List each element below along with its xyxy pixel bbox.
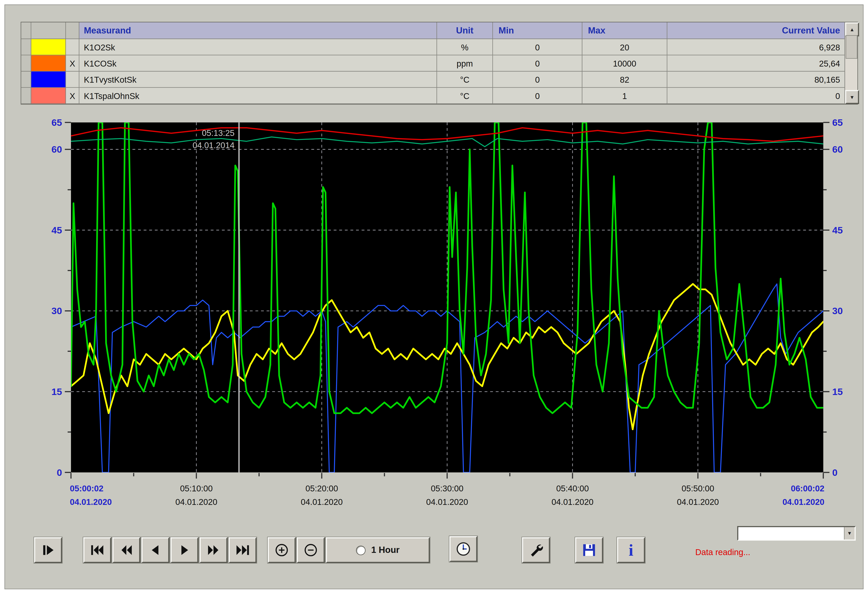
header-max: Max	[582, 22, 667, 39]
zoom-out-icon	[303, 542, 319, 558]
svg-text:30: 30	[832, 306, 843, 316]
svg-text:0: 0	[832, 467, 838, 478]
trend-control-panel: Measurand Unit Min Max Current Value K1O…	[4, 4, 864, 589]
header-min: Min	[493, 22, 583, 39]
svg-text:05:13:25: 05:13:25	[202, 128, 235, 138]
row-color-swatch	[31, 72, 66, 88]
clock-button[interactable]	[449, 536, 477, 562]
table-row[interactable]: K1TvystKotSk°C08280,165	[21, 72, 845, 88]
zoom-control-group: 1 Hour	[268, 537, 430, 563]
svg-text:05:00:02: 05:00:02	[70, 484, 103, 493]
row-spacer	[21, 55, 31, 71]
step-back-icon	[148, 543, 163, 557]
measurand-current-value: 80,165	[667, 72, 845, 88]
fast-rewind-button[interactable]	[112, 537, 140, 563]
measurand-unit: ppm	[437, 55, 493, 71]
save-button[interactable]	[575, 537, 603, 563]
row-spacer	[21, 72, 31, 88]
svg-text:0: 0	[57, 467, 62, 478]
wrench-icon	[528, 542, 544, 558]
row-color-swatch	[31, 55, 66, 71]
svg-text:04.01.2020: 04.01.2020	[677, 497, 719, 507]
measurand-unit: °C	[437, 88, 493, 104]
measurand-name: K1O2Sk	[80, 39, 437, 55]
measurand-name: K1TvystKotSk	[80, 72, 437, 88]
measurand-min: 0	[493, 88, 583, 104]
one-hour-radio[interactable]	[356, 545, 366, 555]
measurand-max: 10000	[582, 55, 667, 71]
row-spacer	[21, 88, 31, 104]
measurand-current-value: 0	[667, 88, 845, 104]
header-color-column	[31, 22, 66, 39]
scroll-up-icon: ▲	[850, 27, 855, 32]
measurand-table: Measurand Unit Min Max Current Value K1O…	[21, 22, 858, 105]
svg-text:15: 15	[832, 386, 843, 397]
info-button[interactable]: i	[617, 537, 645, 563]
trend-chart: 001515303045456060656505:00:0204.01.2020…	[21, 115, 857, 526]
svg-text:04.01.2020: 04.01.2020	[70, 497, 112, 507]
svg-text:05:30:00: 05:30:00	[431, 484, 464, 493]
svg-text:05:20:00: 05:20:00	[306, 484, 338, 493]
row-color-swatch	[31, 39, 66, 55]
svg-text:45: 45	[832, 225, 843, 235]
fast-forward-icon	[206, 543, 221, 557]
measurand-min: 0	[493, 72, 583, 88]
svg-text:45: 45	[52, 225, 62, 235]
measurand-name: K1COSk	[80, 55, 437, 71]
info-icon: i	[629, 542, 633, 559]
one-hour-label: 1 Hour	[371, 545, 400, 555]
play-forward-button[interactable]	[171, 537, 199, 563]
step-back-button[interactable]	[141, 537, 169, 563]
combo-input[interactable]	[738, 527, 844, 539]
scrollbar-thumb[interactable]	[846, 35, 857, 59]
measurand-unit: °C	[437, 72, 493, 88]
svg-text:60: 60	[832, 144, 843, 155]
svg-text:04.01.2020: 04.01.2020	[176, 497, 217, 507]
fast-rewind-icon	[119, 543, 134, 557]
svg-text:04.01.2020: 04.01.2020	[552, 497, 593, 507]
row-selected-mark: X	[66, 55, 80, 71]
svg-text:65: 65	[52, 117, 62, 128]
svg-text:06:00:02: 06:00:02	[791, 484, 824, 493]
svg-text:04.01.2020: 04.01.2020	[782, 497, 824, 507]
trend-combo-box[interactable]: ▼	[737, 526, 856, 541]
scroll-up-button[interactable]: ▲	[845, 22, 859, 36]
svg-text:05:10:00: 05:10:00	[180, 484, 213, 493]
table-row[interactable]: XK1COSkppm01000025,64	[21, 55, 845, 71]
table-scrollbar[interactable]: ▲ ▼	[844, 22, 858, 104]
settings-button[interactable]	[522, 537, 550, 563]
header-spacer	[21, 22, 31, 39]
status-text: Data reading...	[695, 547, 750, 557]
fast-forward-button[interactable]	[199, 537, 227, 563]
measurand-min: 0	[493, 55, 583, 71]
combo-dropdown-icon: ▼	[847, 530, 852, 536]
jump-to-end-button[interactable]	[229, 537, 257, 563]
jump-to-start-icon	[90, 543, 105, 557]
zoom-in-button[interactable]	[268, 537, 296, 563]
svg-text:60: 60	[52, 144, 62, 155]
row-selected-mark	[66, 72, 80, 88]
combo-dropdown-button[interactable]: ▼	[844, 527, 855, 539]
scroll-down-button[interactable]: ▼	[845, 90, 859, 104]
jump-to-start-button[interactable]	[83, 537, 111, 563]
zoom-out-button[interactable]	[297, 537, 325, 563]
row-selected-mark: X	[66, 88, 80, 104]
header-current-value: Current Value	[667, 22, 845, 39]
table-header-row: Measurand Unit Min Max Current Value	[21, 22, 845, 39]
measurand-current-value: 25,64	[667, 55, 845, 71]
trend-chart-svg: 001515303045456060656505:00:0204.01.2020…	[21, 115, 857, 526]
measurand-max: 1	[582, 88, 667, 104]
svg-text:04.01.2020: 04.01.2020	[426, 497, 468, 507]
step-forward-button[interactable]	[34, 537, 62, 563]
measurand-name: K1TspalOhnSk	[80, 88, 437, 104]
app-window: Measurand Unit Min Max Current Value K1O…	[0, 0, 868, 594]
svg-text:05:40:00: 05:40:00	[556, 484, 589, 493]
table-row[interactable]: XK1TspalOhnSk°C010	[21, 88, 845, 104]
time-range-panel: 1 Hour	[326, 537, 430, 563]
zoom-in-icon	[274, 542, 290, 558]
x-axis-labels: 05:00:0204.01.202005:10:0004.01.202005:2…	[70, 484, 824, 507]
measurand-min: 0	[493, 39, 583, 55]
toolbar: 1 Hour	[21, 529, 858, 585]
table-row[interactable]: K1O2Sk%0206,928	[21, 39, 845, 55]
play-forward-icon	[177, 543, 192, 557]
